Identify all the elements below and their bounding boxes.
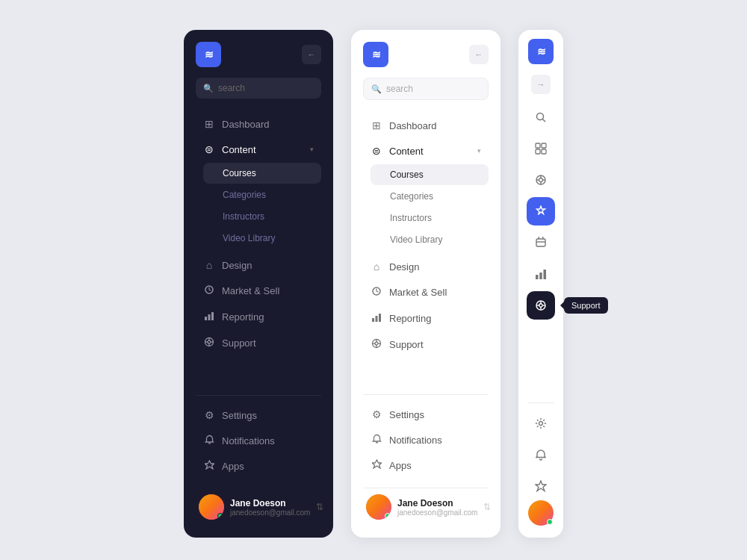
light-content-subnav: Courses Categories Instructors Video Lib… (371, 164, 489, 250)
icon-nav-settings[interactable] (527, 409, 555, 438)
dark-nav-courses[interactable]: Courses (203, 163, 321, 184)
dark-nav-support[interactable]: Support (196, 331, 321, 355)
support-tooltip: Support (564, 297, 608, 314)
light-nav-market-sell[interactable]: Market & Sell (363, 280, 489, 305)
icon-sidebar: ≋ → Support (518, 30, 563, 538)
dark-nav-apps[interactable]: Apps (196, 454, 321, 478)
icon-avatar[interactable] (528, 500, 554, 526)
light-user-expand-icon[interactable]: ⇅ (483, 502, 491, 512)
dark-collapse-button[interactable]: ← (302, 45, 321, 64)
dark-nav-dashboard[interactable]: ⊞ Dashboard (196, 112, 321, 136)
dark-nav-settings[interactable]: ⚙ Settings (196, 403, 321, 427)
market-sell-icon (203, 284, 215, 297)
notifications-icon (203, 435, 215, 447)
light-nav-categories[interactable]: Categories (371, 186, 489, 207)
dark-search-input[interactable] (218, 83, 314, 93)
sidebars-container: ≋ ← 🔍 ⊞ Dashboard ⊜ Content ▾ Courses (169, 0, 578, 560)
icon-nav-reporting[interactable] (527, 260, 555, 288)
light-dashboard-icon: ⊞ (371, 119, 382, 131)
light-reporting-icon (371, 312, 382, 325)
dashboard-icon: ⊞ (203, 118, 215, 130)
light-nav-design[interactable]: ⌂ Design (363, 255, 489, 279)
online-status-indicator (217, 513, 223, 519)
light-nav-dashboard[interactable]: ⊞ Dashboard (363, 113, 489, 137)
logo-icon: ≋ (205, 49, 213, 60)
dark-nav-categories[interactable]: Categories (203, 184, 321, 205)
light-nav-reporting[interactable]: Reporting (363, 306, 489, 331)
dark-user-email: janedoeson@gmail.com (230, 508, 310, 517)
svg-rect-34 (536, 275, 539, 279)
support-icon (203, 337, 215, 349)
light-search-input[interactable] (386, 84, 480, 94)
svg-rect-11 (372, 318, 374, 322)
icon-nav-content[interactable] (527, 166, 555, 194)
icon-nav-design[interactable] (527, 197, 555, 225)
svg-line-21 (543, 119, 546, 122)
dark-topbar: ≋ ← (196, 42, 321, 67)
light-nav-notifications[interactable]: Notifications (363, 428, 489, 452)
apps-icon (203, 460, 215, 472)
dark-nav-notifications[interactable]: Notifications (196, 429, 321, 452)
light-nav-courses[interactable]: Courses (371, 164, 489, 185)
light-logo-icon: ≋ (372, 49, 380, 60)
light-avatar (366, 494, 391, 520)
light-notifications-icon (371, 434, 382, 446)
svg-point-20 (537, 113, 544, 120)
icon-logo-icon: ≋ (537, 46, 545, 57)
svg-rect-3 (211, 312, 214, 320)
light-content-icon: ⊜ (371, 145, 382, 157)
dark-search-icon: 🔍 (203, 84, 214, 93)
light-nav: ⊞ Dashboard ⊜ Content ▾ Courses Categori… (363, 113, 489, 387)
light-nav-apps[interactable]: Apps (363, 453, 489, 477)
light-settings-icon: ⚙ (371, 408, 382, 420)
icon-bottom-nav (524, 409, 557, 500)
icon-nav-notifications[interactable] (527, 441, 555, 469)
light-market-sell-icon (371, 286, 382, 299)
svg-rect-22 (536, 143, 540, 148)
dark-nav-content[interactable]: ⊜ Content ▾ (196, 137, 321, 161)
light-sidebar: ≋ ← 🔍 ⊞ Dashboard ⊜ Content ▾ Courses (351, 30, 500, 538)
light-support-icon (371, 338, 382, 351)
light-search-icon: 🔍 (371, 84, 382, 94)
light-content-chevron-icon: ▾ (477, 147, 481, 155)
icon-nav: Support (524, 103, 557, 396)
dark-user-profile[interactable]: Jane Doeson janedoeson@gmail.com ⇅ (196, 488, 321, 526)
light-nav-video-library[interactable]: Video Library (371, 229, 489, 250)
icon-expand-button[interactable]: → (531, 75, 551, 94)
light-collapse-button[interactable]: ← (469, 45, 489, 64)
content-icon: ⊜ (203, 143, 215, 155)
icon-nav-apps[interactable] (527, 472, 555, 500)
icon-nav-search[interactable] (527, 103, 555, 131)
dark-nav-instructors[interactable]: Instructors (203, 206, 321, 227)
svg-rect-24 (536, 149, 540, 154)
dark-logo: ≋ (196, 42, 221, 67)
icon-nav-dashboard[interactable] (527, 134, 555, 163)
dark-nav-video-library[interactable]: Video Library (203, 228, 321, 249)
light-nav-support[interactable]: Support (363, 332, 489, 357)
icon-online-status-indicator (547, 519, 553, 525)
light-user-info: Jane Doeson janedoeson@gmail.com (397, 498, 477, 517)
dark-avatar (199, 494, 224, 520)
icon-divider (527, 402, 554, 403)
light-search-bar[interactable]: 🔍 (363, 78, 489, 100)
design-icon: ⌂ (203, 259, 215, 271)
dark-nav-design[interactable]: ⌂ Design (196, 253, 321, 277)
dark-user-expand-icon[interactable]: ⇅ (316, 502, 323, 512)
svg-point-38 (539, 304, 542, 307)
svg-rect-12 (376, 316, 378, 322)
icon-nav-support[interactable]: Support (527, 291, 555, 320)
svg-point-43 (539, 422, 543, 426)
svg-rect-2 (208, 314, 211, 320)
dark-nav-reporting[interactable]: Reporting (196, 305, 321, 329)
light-nav-settings[interactable]: ⚙ Settings (363, 402, 489, 426)
light-nav-instructors[interactable]: Instructors (371, 208, 489, 228)
icon-nav-market-sell[interactable] (527, 228, 555, 257)
light-user-profile[interactable]: Jane Doeson janedoeson@gmail.com ⇅ (363, 488, 489, 526)
dark-nav-market-sell[interactable]: Market & Sell (196, 279, 321, 303)
settings-icon: ⚙ (203, 409, 215, 421)
light-nav-content[interactable]: ⊜ Content ▾ (363, 139, 489, 163)
dark-search-bar[interactable]: 🔍 (196, 78, 321, 99)
icon-logo: ≋ (528, 39, 554, 64)
svg-rect-36 (544, 270, 547, 279)
light-topbar: ≋ ← (363, 42, 489, 67)
